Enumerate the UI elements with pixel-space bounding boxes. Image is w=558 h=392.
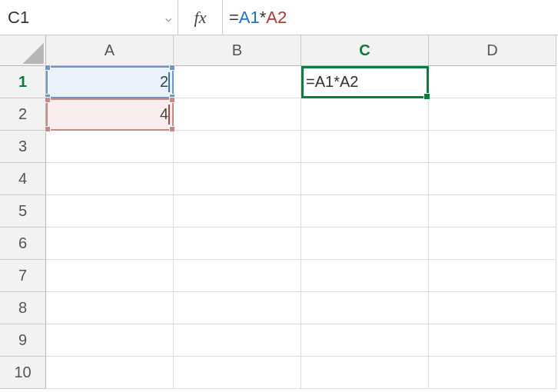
row-header-label: 7 — [18, 267, 27, 284]
cell-A6[interactable] — [46, 228, 174, 260]
cell-C5[interactable] — [301, 195, 429, 228]
formula-eq: = — [229, 8, 239, 28]
cell-D5[interactable] — [429, 195, 556, 228]
cell-D8[interactable] — [429, 292, 556, 324]
column-header-D[interactable]: D — [429, 35, 556, 66]
row-header-label: 9 — [18, 331, 27, 349]
row-header-label: 2 — [18, 105, 27, 123]
cell-D6[interactable] — [429, 228, 556, 260]
cell-B3[interactable] — [174, 131, 301, 163]
cell-B9[interactable] — [174, 324, 301, 357]
cell-value: 2 — [160, 73, 168, 91]
column-header-B[interactable]: B — [174, 35, 301, 66]
cell-C7[interactable] — [301, 260, 429, 292]
fx-button[interactable]: fx — [178, 0, 223, 35]
cell-B5[interactable] — [174, 195, 301, 228]
cell-C10[interactable] — [301, 357, 429, 389]
column-header-label: D — [487, 42, 497, 59]
cell-C2[interactable] — [301, 98, 429, 131]
cell-A8[interactable] — [46, 292, 174, 324]
cursor-icon — [168, 105, 170, 125]
formula-bar: C1 ⌵ fx =A1*A2 — [0, 0, 558, 35]
cell-B4[interactable] — [174, 163, 301, 195]
cell-A3[interactable] — [46, 131, 174, 163]
formula-ref2: A2 — [266, 8, 287, 28]
row-header-label: 10 — [14, 364, 31, 381]
row-header-8[interactable]: 8 — [0, 292, 46, 324]
cell-D10[interactable] — [429, 357, 556, 389]
row-headers: 1 2 3 4 5 6 7 8 9 10 — [0, 66, 46, 389]
svg-marker-0 — [23, 43, 44, 64]
name-box[interactable]: C1 ⌵ — [0, 0, 178, 35]
name-box-value: C1 — [8, 8, 29, 28]
row-header-2[interactable]: 2 — [0, 98, 46, 131]
cell-A7[interactable] — [46, 260, 174, 292]
row-header-9[interactable]: 9 — [0, 324, 46, 357]
chevron-down-icon: ⌵ — [165, 12, 171, 24]
cell-D9[interactable] — [429, 324, 556, 357]
column-header-C[interactable]: C — [301, 35, 429, 66]
cell-value: 4 — [160, 105, 168, 123]
cell-C4[interactable] — [301, 163, 429, 195]
cell-A10[interactable] — [46, 357, 174, 389]
formula-op: * — [260, 8, 267, 28]
cell-A2[interactable]: 4 — [46, 98, 174, 131]
row-header-label: 4 — [18, 170, 27, 188]
cell-C1[interactable]: =A1*A2 — [301, 66, 429, 98]
row-header-7[interactable]: 7 — [0, 260, 46, 292]
cell-B8[interactable] — [174, 292, 301, 324]
cell-C6[interactable] — [301, 228, 429, 260]
cell-A4[interactable] — [46, 163, 174, 195]
column-header-label: C — [359, 42, 370, 59]
cell-B2[interactable] — [174, 98, 301, 131]
formula-ref1: A1 — [239, 8, 260, 28]
cell-D3[interactable] — [429, 131, 556, 163]
row-header-label: 3 — [18, 138, 27, 155]
cursor-icon — [168, 72, 170, 92]
cell-C3[interactable] — [301, 131, 429, 163]
cell-C9[interactable] — [301, 324, 429, 357]
column-header-label: A — [105, 42, 115, 59]
cell-D2[interactable] — [429, 98, 556, 131]
row-header-5[interactable]: 5 — [0, 195, 46, 228]
cells: 2 =A1*A2 4 — [46, 66, 556, 389]
column-header-A[interactable]: A — [46, 35, 174, 66]
cell-C8[interactable] — [301, 292, 429, 324]
cell-A9[interactable] — [46, 324, 174, 357]
row-header-3[interactable]: 3 — [0, 131, 46, 163]
cell-A5[interactable] — [46, 195, 174, 228]
row-header-label: 6 — [18, 234, 27, 252]
fx-label: fx — [194, 8, 207, 28]
cell-D7[interactable] — [429, 260, 556, 292]
cell-A1[interactable]: 2 — [46, 66, 174, 98]
row-header-label: 1 — [18, 73, 27, 91]
cell-D1[interactable] — [429, 66, 556, 98]
cell-D4[interactable] — [429, 163, 556, 195]
row-header-10[interactable]: 10 — [0, 357, 46, 389]
column-header-label: B — [232, 42, 242, 59]
select-all-corner[interactable] — [0, 35, 46, 66]
cell-B10[interactable] — [174, 357, 301, 389]
cell-B7[interactable] — [174, 260, 301, 292]
row-header-label: 5 — [18, 202, 27, 220]
cell-value: =A1*A2 — [306, 73, 358, 91]
row-header-4[interactable]: 4 — [0, 163, 46, 195]
cell-B1[interactable] — [174, 66, 301, 98]
column-headers: A B C D — [46, 35, 556, 66]
formula-input[interactable]: =A1*A2 — [223, 0, 558, 35]
cell-B6[interactable] — [174, 228, 301, 260]
row-header-label: 8 — [18, 299, 27, 317]
row-header-6[interactable]: 6 — [0, 228, 46, 260]
row-header-1[interactable]: 1 — [0, 66, 46, 98]
